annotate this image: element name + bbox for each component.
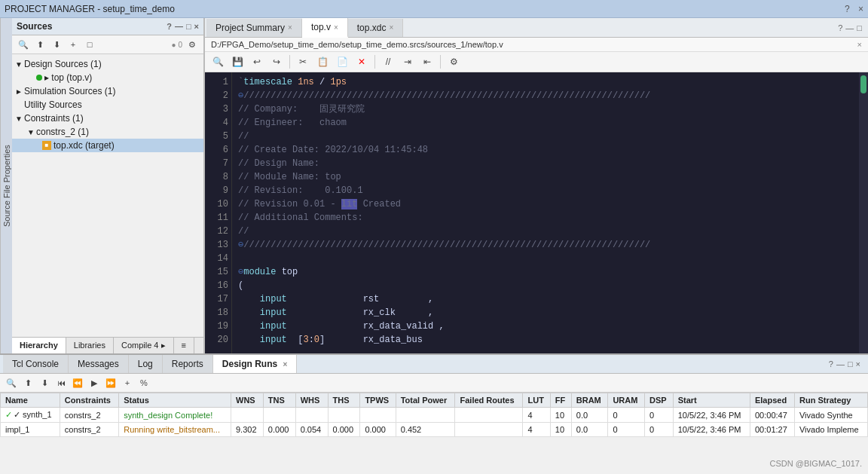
run-uram-synth1: 0 [608,408,645,423]
runs-play-btn[interactable]: ▶ [87,376,101,390]
sources-minimize-icon[interactable]: — [175,22,183,31]
reports-tab[interactable]: Reports [163,355,213,373]
bottom-minimize-icon[interactable]: — [836,359,845,368]
utility-sources-section[interactable]: Utility Sources [12,98,203,112]
app-title: PROJECT MANAGER - setup_time_demo [5,4,175,14]
design-sources-section[interactable]: Design Sources (1) [12,57,203,71]
runs-first-btn[interactable]: ⏮ [54,376,68,390]
col-tns: TNS [263,393,295,408]
search-tool-btn[interactable]: 🔍 [209,54,226,69]
runs-prev-btn[interactable]: ⏪ [71,376,84,390]
more-tab[interactable]: ≡ [174,338,194,353]
code-content[interactable]: `timescale 1ns / 1ps ⊖//////////////////… [232,72,859,353]
constrs2-section[interactable]: constrs_2 (1) [12,125,203,139]
count-badge: ● 0 [172,41,182,49]
code-area[interactable]: 1 2 3 4 5 6 7 8 9 10 11 12 13 14 15 16 1 [205,72,868,353]
col-run-strategy: Run Strategy [794,393,867,408]
run-status-impl1: Running write_bitstream... [119,423,231,437]
outdent-tool-btn[interactable]: ⇤ [419,54,436,69]
editor-restore-icon[interactable]: □ [857,23,862,32]
delete-tool-btn[interactable]: ✕ [353,54,370,69]
copy-tool-btn[interactable]: 📋 [314,54,331,69]
line-numbers: 1 2 3 4 5 6 7 8 9 10 11 12 13 14 15 16 1 [205,72,232,353]
table-row[interactable]: impl_1 constrs_2 Running write_bitstream… [1,423,868,437]
add-button[interactable]: + [66,38,80,51]
log-tab[interactable]: Log [129,355,163,373]
project-summary-close[interactable]: × [288,23,292,32]
run-elapsed-synth1: 00:00:47 [750,408,794,423]
editor-help-icon[interactable]: ? [838,23,842,32]
run-ff-synth1: 10 [550,408,571,423]
messages-tab[interactable]: Messages [69,355,129,373]
runs-percent-btn[interactable]: % [137,376,151,390]
tab-top-xdc[interactable]: top.xdc × [348,19,404,37]
constraints-section[interactable]: Constraints (1) [12,112,203,125]
editor-tabs: Project Summary × top.v × top.xdc × ? — [205,18,868,38]
settings-tool-btn[interactable]: ⚙ [445,54,462,69]
run-whs-impl1: 0.054 [295,423,328,437]
square-button[interactable]: □ [83,38,96,51]
col-constraints: Constraints [60,393,118,408]
title-bar: PROJECT MANAGER - setup_time_demo ? × [0,0,868,18]
top-xdc-close[interactable]: × [389,23,393,32]
run-ths-impl1: 0.000 [328,423,360,437]
close-icon[interactable]: × [858,4,863,14]
editor-tabs-right: ? — □ [838,23,866,32]
run-dsp-synth1: 0 [645,408,674,423]
runs-add-btn[interactable]: + [121,376,134,390]
bottom-tabs-left: Tcl Console Messages Log Reports Design … [3,355,297,373]
runs-next-btn[interactable]: ⏩ [104,376,118,390]
sources-restore-icon[interactable]: □ [186,22,191,31]
tab-project-summary[interactable]: Project Summary × [206,19,302,37]
run-bram-synth1: 0.0 [571,408,608,423]
search-button[interactable]: 🔍 [17,38,30,51]
top-v-item[interactable]: ▸ top (top.v) [12,71,203,84]
expand-all-button[interactable]: ⬇ [50,38,63,51]
paste-tool-btn[interactable]: 📄 [334,54,350,69]
design-runs-tab[interactable]: Design Runs × [213,355,298,373]
editor-minimize-icon[interactable]: — [845,23,854,32]
design-runs-table: Name Constraints Status WNS TNS WHS THS … [0,393,868,437]
tab-top-v[interactable]: top.v × [302,18,348,38]
tcl-console-tab[interactable]: Tcl Console [3,355,69,373]
bottom-help-icon[interactable]: ? [829,359,833,368]
sources-close-icon[interactable]: × [194,22,199,31]
libraries-tab[interactable]: Libraries [66,338,114,353]
col-uram: URAM [608,393,645,408]
run-start-impl1: 10/5/22, 3:46 PM [673,423,750,437]
runs-search-btn[interactable]: 🔍 [5,376,18,390]
run-elapsed-impl1: 00:01:27 [750,423,794,437]
table-row[interactable]: ✓✓ synth_1 constrs_2 synth_design Comple… [1,408,868,423]
bottom-close-icon[interactable]: × [856,359,860,368]
bottom-panel: Tcl Console Messages Log Reports Design … [0,353,868,474]
top-xdc-item[interactable]: ■ top.xdc (target) [12,139,203,152]
scroll-thumb-indicator [860,75,866,93]
sources-help-icon[interactable]: ? [167,22,172,31]
collapse-all-button[interactable]: ⬆ [33,38,47,51]
compile-tab[interactable]: Compile 4 ▸ [114,338,174,353]
comment-tool-btn[interactable]: // [380,54,396,69]
top-v-close[interactable]: × [334,23,338,32]
run-strategy-impl1: Vivado Impleme [794,423,867,437]
run-bram-impl1: 0.0 [571,423,608,437]
runs-expand-btn[interactable]: ⬇ [38,376,51,390]
hierarchy-tab[interactable]: Hierarchy [12,338,66,353]
help-icon[interactable]: ? [845,4,850,14]
settings-button[interactable]: ⚙ [185,38,199,51]
run-start-synth1: 10/5/22, 3:46 PM [673,408,750,423]
save-tool-btn[interactable]: 💾 [229,54,246,69]
indent-tool-btn[interactable]: ⇥ [399,54,416,69]
col-total-power: Total Power [396,393,455,408]
design-runs-close[interactable]: × [283,360,287,368]
editor-scrollbar[interactable] [859,72,868,353]
bottom-restore-icon[interactable]: □ [848,359,853,368]
simulation-sources-section[interactable]: Simulation Sources (1) [12,84,203,98]
runs-collapse-btn[interactable]: ⬆ [21,376,35,390]
redo-tool-btn[interactable]: ↪ [268,54,285,69]
constraints-arrow [15,115,24,123]
undo-tool-btn[interactable]: ↩ [249,54,265,69]
run-whs-synth1 [295,408,328,423]
file-properties-tab[interactable]: Source File Properties [0,18,12,353]
path-close-icon[interactable]: × [857,40,862,49]
cut-tool-btn[interactable]: ✂ [295,54,311,69]
